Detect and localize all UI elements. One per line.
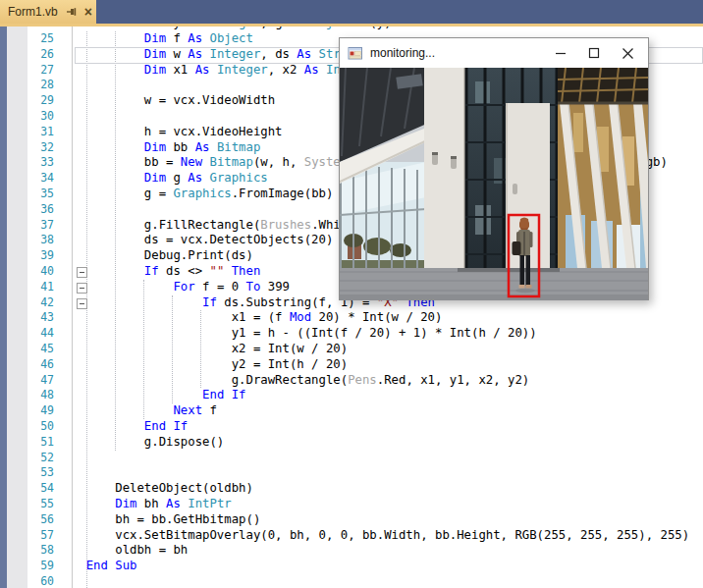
window-title: monitoring...: [370, 46, 435, 60]
line-number: 39: [27, 248, 54, 264]
line-number: 32: [27, 140, 54, 156]
line-number: 34: [27, 171, 54, 187]
line-number: 43: [27, 310, 54, 326]
code-line[interactable]: 57 vcx.SetBitmapOverlay(0, bh, 0, 0, bb.…: [0, 528, 703, 544]
close-button[interactable]: [611, 42, 644, 64]
code-text: Next f: [57, 403, 217, 419]
editor-left-strip: [0, 27, 7, 588]
code-text: Dim bh As IntPtr: [57, 497, 232, 512]
line-number: 36: [27, 202, 54, 218]
code-line[interactable]: 50 End If: [0, 419, 703, 435]
code-line[interactable]: 56 bh = bb.GetHbitmap(): [0, 512, 703, 528]
line-number: 27: [27, 63, 54, 79]
code-line[interactable]: 44 y1 = h - ((Int(f / 20) + 1) * Int(h /…: [0, 326, 703, 342]
code-line[interactable]: 59 End Sub: [0, 559, 703, 574]
line-number: 49: [27, 403, 54, 419]
code-text: Debug.Print(ds): [57, 248, 253, 264]
line-number: 53: [27, 465, 54, 481]
line-number: 60: [27, 574, 54, 588]
pin-icon[interactable]: [66, 6, 79, 19]
line-number: 42: [27, 295, 54, 311]
code-text: Dim g As Graphics: [57, 171, 268, 187]
line-number: 45: [27, 342, 54, 357]
code-line[interactable]: 45 x2 = Int(w / 20): [0, 342, 703, 357]
breakpoint-margin[interactable]: [7, 27, 27, 588]
code-text: ds = vcx.DetectObjects(20): [57, 233, 333, 248]
code-text: g = Graphics.FromImage(bb): [57, 187, 333, 202]
code-text: y2 = Int(h / 20): [57, 357, 348, 373]
code-line[interactable]: 46 y2 = Int(h / 20): [0, 357, 703, 373]
code-text: oldbh = bh: [57, 543, 188, 559]
code-line[interactable]: 52: [0, 451, 703, 466]
line-number: 33: [27, 155, 54, 171]
code-line[interactable]: 48 End If: [0, 388, 703, 403]
code-text: x1 = (f Mod 20) * Int(w / 20): [57, 310, 442, 326]
line-number: 31: [27, 125, 54, 140]
line-number: 47: [27, 373, 54, 389]
code-text: Dim f As Object: [57, 31, 253, 47]
monitoring-window[interactable]: monitoring...: [339, 37, 649, 300]
code-line[interactable]: 60: [0, 574, 703, 588]
line-number: 51: [27, 435, 54, 451]
code-text: For f = 0 To 399: [57, 280, 290, 295]
line-number: 59: [27, 559, 54, 574]
line-number: 40: [27, 264, 54, 280]
winforms-app-icon: [348, 45, 363, 61]
code-line[interactable]: 54 DeleteObject(oldbh): [0, 481, 703, 497]
code-text: Dim w As Integer, ds As String: [57, 47, 362, 63]
code-line[interactable]: 47 g.DrawRectangle(Pens.Red, x1, y1, x2,…: [0, 373, 703, 389]
code-line[interactable]: 55 Dim bh As IntPtr: [0, 497, 703, 512]
code-text: g.Dispose(): [57, 435, 224, 451]
line-number: 46: [27, 357, 54, 373]
minimize-button[interactable]: [544, 42, 577, 64]
code-text: If ds <> "" Then: [57, 264, 260, 280]
line-number: 37: [27, 218, 54, 234]
line-number: 38: [27, 233, 54, 248]
code-text: End If: [57, 388, 246, 403]
document-tab-bar: Form1.vb ×: [0, 0, 703, 24]
line-number: 26: [27, 47, 54, 63]
code-text: End If: [57, 419, 188, 435]
line-number: 44: [27, 326, 54, 342]
line-number: 30: [27, 109, 54, 125]
tab-close-icon[interactable]: ×: [84, 6, 92, 19]
line-number: 58: [27, 543, 54, 559]
code-text: DeleteObject(oldbh): [57, 481, 253, 497]
maximize-button[interactable]: [577, 42, 611, 64]
active-tab-accent-line: [0, 24, 703, 27]
code-line[interactable]: 43 x1 = (f Mod 20) * Int(w / 20): [0, 310, 703, 326]
line-number: 25: [27, 31, 54, 47]
code-line[interactable]: 49 Next f: [0, 403, 703, 419]
code-text: bh = bb.GetHbitmap(): [57, 512, 260, 528]
code-line[interactable]: 51 g.Dispose(): [0, 435, 703, 451]
line-number: 50: [27, 419, 54, 435]
code-line[interactable]: 53: [0, 465, 703, 481]
line-number: 48: [27, 388, 54, 403]
line-number: 55: [27, 497, 54, 512]
tab-title: Form1.vb: [8, 5, 58, 19]
code-text: End Sub: [57, 559, 136, 574]
line-number: 28: [27, 78, 54, 93]
code-text: w = vcx.VideoWidth: [57, 93, 275, 109]
line-number: 41: [27, 280, 54, 295]
code-text: x2 = Int(w / 20): [57, 342, 348, 357]
fold-toggle-line40[interactable]: [77, 267, 87, 278]
code-line[interactable]: 58 oldbh = bh: [0, 543, 703, 559]
fold-toggle-line41[interactable]: [77, 283, 87, 294]
line-number: 54: [27, 481, 54, 497]
code-text: g.DrawRectangle(Pens.Red, x1, y1, x2, y2…: [57, 373, 529, 389]
video-frame: [340, 68, 648, 300]
line-number: 52: [27, 451, 54, 466]
code-text: h = vcx.VideoHeight: [57, 125, 283, 140]
line-number: 56: [27, 512, 54, 528]
line-number: 29: [27, 93, 54, 109]
code-text: Dim bb As Bitmap: [57, 140, 260, 156]
tab-form1vb[interactable]: Form1.vb ×: [0, 0, 96, 24]
fold-toggle-line42[interactable]: [77, 298, 87, 309]
code-text: vcx.SetBitmapOverlay(0, bh, 0, 0, bb.Wid…: [57, 528, 689, 544]
line-number: 57: [27, 528, 54, 544]
code-text: y1 = h - ((Int(f / 20) + 1) * Int(h / 20…: [57, 326, 537, 342]
line-number: 35: [27, 187, 54, 202]
